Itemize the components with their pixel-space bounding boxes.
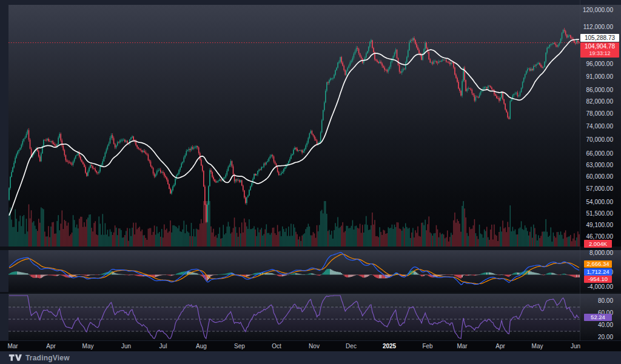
- price-tick-label: 91,000.00: [586, 73, 614, 81]
- price-tick-label: 82,000.00: [586, 98, 614, 105]
- price-tick-label: 66,000.00: [586, 150, 614, 157]
- last-price-value: 104,904.78: [580, 43, 619, 50]
- volume-value-label: 2.004K: [584, 240, 612, 248]
- tradingview-logo-icon[interactable]: [8, 354, 22, 362]
- macd-canvas[interactable]: [8, 250, 580, 292]
- macd-pane[interactable]: [8, 250, 621, 292]
- time-tick-nov: Nov: [309, 343, 320, 349]
- price-tick-label: 96,000.00: [586, 61, 614, 68]
- time-tick-jun: Jun: [571, 343, 580, 349]
- rsi-canvas[interactable]: [8, 294, 580, 340]
- time-tick-dec: Dec: [346, 343, 357, 349]
- price-tick-label: 112,000.00: [583, 24, 613, 31]
- price-tick-label: 60,000.00: [586, 173, 614, 180]
- price-chart-canvas[interactable]: [8, 5, 580, 247]
- rsi-value-label: 52.24: [584, 314, 612, 321]
- time-tick-sep: Sep: [234, 343, 245, 349]
- time-tick-jul: Jul: [159, 343, 167, 349]
- brand-name[interactable]: TradingView: [25, 354, 70, 362]
- price-tick-label: 57,000.00: [586, 185, 614, 193]
- time-scale[interactable]: MarAprMayJunJulAugSepOctNovDec2025FebMar…: [0, 341, 621, 351]
- ma-value-label: 105,288.73: [580, 34, 619, 42]
- bar-countdown: 19:33:12: [580, 50, 619, 56]
- time-tick-apr: Apr: [495, 343, 505, 349]
- price-tick-label: 51,500.00: [586, 210, 614, 217]
- macd-line-label: 1,712.24: [584, 268, 612, 276]
- time-tick-jun: Jun: [121, 343, 131, 349]
- time-tick-2025: 2025: [383, 343, 396, 349]
- price-tick-label: 74,000.00: [586, 123, 614, 130]
- price-tick-label: 49,100.00: [586, 222, 614, 229]
- time-tick-may: May: [532, 343, 543, 349]
- time-tick-may: May: [82, 343, 94, 349]
- footer-bar: TradingView: [0, 351, 621, 364]
- price-tick-label: 78,000.00: [586, 110, 614, 117]
- macd-histogram-label: -954.10: [584, 276, 612, 283]
- time-tick-mar: Mar: [7, 343, 18, 349]
- time-tick-feb: Feb: [422, 343, 432, 349]
- last-price-label: 104,904.78 19:33:12: [580, 42, 619, 58]
- price-tick-label: 54,000.00: [586, 199, 614, 206]
- trading-chart: 120,000.00112,000.0096,000.0091,000.0086…: [0, 0, 621, 364]
- time-tick-aug: Aug: [196, 343, 207, 349]
- macd-signal-label: 2,666.34: [584, 260, 612, 268]
- price-tick-label: 63,000.00: [586, 162, 614, 169]
- price-tick-label: 86,000.00: [586, 87, 614, 94]
- rsi-pane[interactable]: [8, 294, 621, 340]
- price-tick-label: 70,000.00: [586, 136, 614, 144]
- time-tick-oct: Oct: [272, 343, 281, 349]
- time-tick-apr: Apr: [46, 343, 56, 349]
- price-tick-label: 120,000.00: [583, 7, 613, 14]
- price-pane[interactable]: [8, 5, 621, 247]
- time-tick-mar: Mar: [457, 343, 467, 349]
